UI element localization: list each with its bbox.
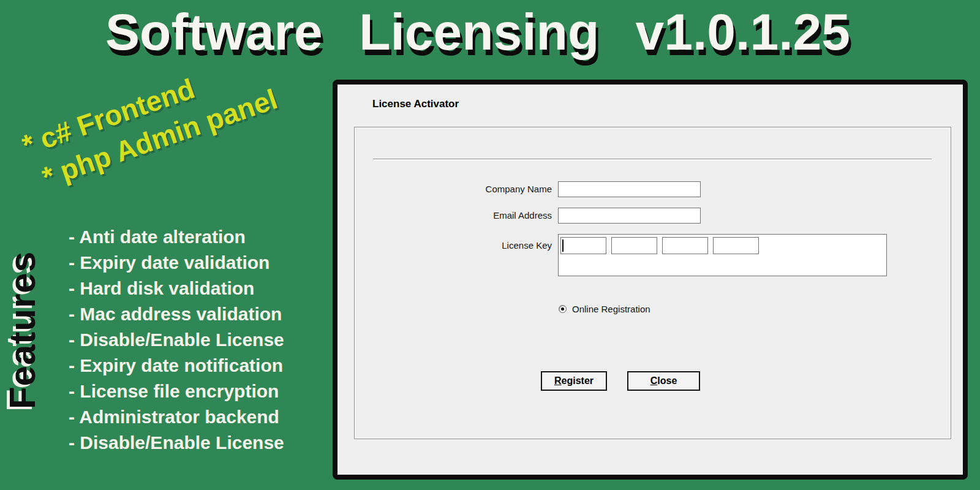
tech-tags: * c# Frontend * php Admin panel	[17, 46, 282, 198]
license-key-box[interactable]	[558, 234, 887, 276]
activator-groupbox: Company Name Email Address License Key O…	[354, 127, 951, 439]
license-key-segment-1[interactable]	[560, 237, 606, 254]
promo-banner: Software Licensing v1.0.1.25 * c# Fronte…	[0, 0, 980, 490]
page-title: Software Licensing v1.0.1.25	[0, 2, 956, 62]
register-button[interactable]: Register	[541, 371, 607, 391]
feature-item: - Disable/Enable License	[69, 430, 284, 456]
license-key-label: License Key	[391, 240, 552, 251]
radio-dot-icon	[561, 307, 564, 311]
license-activator-dialog: License Activator Company Name Email Add…	[333, 80, 968, 480]
feature-list: - Anti date alteration - Expiry date val…	[69, 224, 284, 456]
text-caret	[562, 239, 564, 252]
feature-item: - Anti date alteration	[69, 224, 284, 250]
email-address-input[interactable]	[558, 208, 701, 224]
feature-item: - Mac address validation	[69, 301, 284, 327]
company-name-input[interactable]	[558, 181, 701, 197]
license-key-segment-3[interactable]	[662, 237, 708, 254]
online-registration-label: Online Registration	[572, 304, 650, 314]
register-button-label: Register	[554, 375, 594, 386]
radio-circle-icon	[559, 305, 567, 313]
close-button[interactable]: Close	[627, 371, 700, 391]
feature-item: - Expiry date notification	[69, 353, 284, 379]
feature-item: - Expiry date validation	[69, 250, 284, 276]
feature-item: - Hard disk validation	[69, 276, 284, 301]
features-heading: Features	[1, 251, 43, 409]
dialog-title: License Activator	[372, 98, 459, 110]
email-address-label: Email Address	[391, 210, 552, 221]
company-name-label: Company Name	[391, 184, 552, 194]
feature-item: - Disable/Enable License	[69, 327, 284, 353]
feature-item: - Administrator backend	[69, 404, 284, 430]
license-key-segment-2[interactable]	[611, 237, 657, 254]
online-registration-radio[interactable]: Online Registration	[559, 304, 650, 314]
header-separator	[373, 159, 932, 160]
close-button-label: Close	[650, 375, 677, 386]
feature-item: - License file encryption	[69, 379, 284, 404]
license-key-segment-4[interactable]	[713, 237, 759, 254]
